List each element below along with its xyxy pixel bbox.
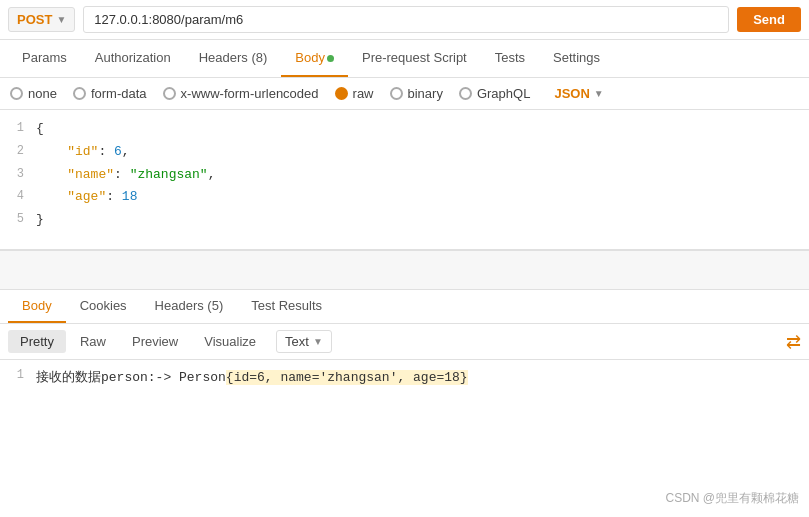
panel-divider <box>0 250 809 290</box>
resp-tab-body[interactable]: Body <box>8 290 66 323</box>
nav-tabs: Params Authorization Headers (8) Body Pr… <box>0 40 809 78</box>
json-type-selector[interactable]: JSON ▼ <box>554 86 603 101</box>
radio-none <box>10 87 23 100</box>
view-options: Pretty Raw Preview Visualize Text ▼ ⇄ <box>0 324 809 360</box>
code-editor[interactable]: 1 { 2 "id": 6, 3 "name": "zhangsan", 4 "… <box>0 110 809 250</box>
send-button[interactable]: Send <box>737 7 801 32</box>
highlight-span: {id=6, name='zhangsan', age=18} <box>226 370 468 385</box>
tab-headers[interactable]: Headers (8) <box>185 40 282 77</box>
response-output: 1 接收的数据person:-> Person{id=6, name='zhan… <box>0 360 809 394</box>
tab-body[interactable]: Body <box>281 40 348 77</box>
radio-raw <box>335 87 348 100</box>
radio-form-data <box>73 87 86 100</box>
top-bar: POST ▼ Send <box>0 0 809 40</box>
option-raw[interactable]: raw <box>335 86 374 101</box>
method-label: POST <box>17 12 52 27</box>
response-tabs: Body Cookies Headers (5) Test Results <box>0 290 809 324</box>
view-raw[interactable]: Raw <box>68 330 118 353</box>
radio-graphql <box>459 87 472 100</box>
option-binary[interactable]: binary <box>390 86 443 101</box>
tab-authorization[interactable]: Authorization <box>81 40 185 77</box>
code-line-3: 3 "name": "zhangsan", <box>0 164 809 187</box>
tab-settings[interactable]: Settings <box>539 40 614 77</box>
text-type-selector[interactable]: Text ▼ <box>276 330 332 353</box>
body-active-dot <box>327 55 334 62</box>
resp-tab-headers[interactable]: Headers (5) <box>141 290 238 323</box>
tab-params[interactable]: Params <box>8 40 81 77</box>
text-chevron-icon: ▼ <box>313 336 323 347</box>
tab-pre-request[interactable]: Pre-request Script <box>348 40 481 77</box>
resp-tab-test-results[interactable]: Test Results <box>237 290 336 323</box>
radio-binary <box>390 87 403 100</box>
code-line-1: 1 { <box>0 118 809 141</box>
tab-tests[interactable]: Tests <box>481 40 539 77</box>
method-chevron-icon: ▼ <box>56 14 66 25</box>
option-urlencoded[interactable]: x-www-form-urlencoded <box>163 86 319 101</box>
view-pretty[interactable]: Pretty <box>8 330 66 353</box>
view-visualize[interactable]: Visualize <box>192 330 268 353</box>
option-graphql[interactable]: GraphQL <box>459 86 530 101</box>
method-selector[interactable]: POST ▼ <box>8 7 75 32</box>
wrap-lines-icon[interactable]: ⇄ <box>786 331 801 353</box>
body-type-options: none form-data x-www-form-urlencoded raw… <box>0 78 809 110</box>
radio-urlencoded <box>163 87 176 100</box>
response-section: Body Cookies Headers (5) Test Results Pr… <box>0 290 809 394</box>
view-preview[interactable]: Preview <box>120 330 190 353</box>
url-input[interactable] <box>83 6 729 33</box>
option-none[interactable]: none <box>10 86 57 101</box>
code-line-2: 2 "id": 6, <box>0 141 809 164</box>
code-line-5: 5 } <box>0 209 809 232</box>
code-line-4: 4 "age": 18 <box>0 186 809 209</box>
json-chevron-icon: ▼ <box>594 88 604 99</box>
option-form-data[interactable]: form-data <box>73 86 147 101</box>
resp-tab-cookies[interactable]: Cookies <box>66 290 141 323</box>
